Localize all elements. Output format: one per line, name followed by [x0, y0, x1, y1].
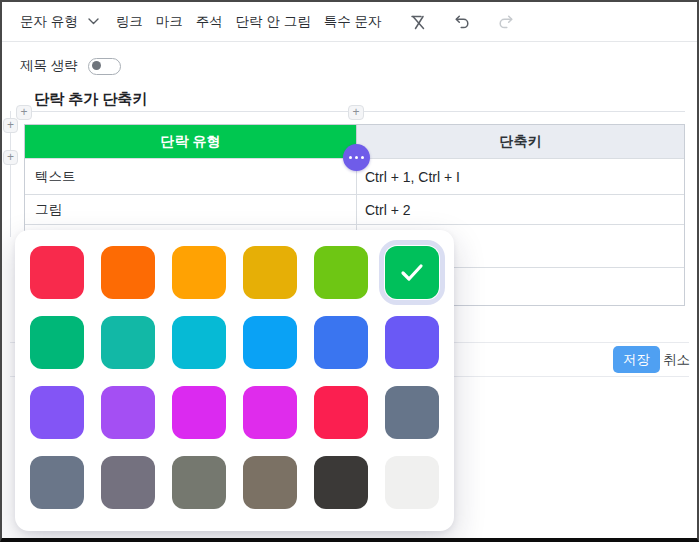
cancel-button[interactable]: 취소 — [663, 346, 690, 373]
color-swatch[interactable] — [243, 456, 297, 509]
ellipsis-icon — [361, 156, 365, 160]
color-swatch[interactable] — [30, 386, 84, 439]
color-swatch[interactable] — [385, 386, 439, 439]
ellipsis-icon — [355, 156, 359, 160]
color-swatch[interactable] — [243, 246, 297, 299]
color-swatch[interactable] — [385, 456, 439, 509]
color-swatch[interactable] — [172, 386, 226, 439]
color-swatch[interactable] — [172, 456, 226, 509]
table-row: 그림Ctrl + 2 — [25, 194, 684, 224]
undo-icon[interactable] — [453, 14, 471, 30]
color-swatch[interactable] — [101, 316, 155, 369]
annotation-menu[interactable]: 주석 — [196, 13, 223, 31]
color-swatch[interactable] — [385, 316, 439, 369]
color-swatch[interactable] — [243, 386, 297, 439]
table-header-type[interactable]: 단락 유형 — [25, 125, 357, 158]
chevron-down-icon[interactable] — [88, 18, 99, 25]
color-swatch[interactable] — [314, 456, 368, 509]
save-button[interactable]: 저장 — [613, 346, 660, 373]
add-row-button[interactable]: + — [3, 118, 18, 133]
special-char-menu[interactable]: 특수 문자 — [324, 13, 382, 31]
add-column-button[interactable]: + — [348, 105, 364, 120]
title-omit-row: 제목 생략 — [20, 57, 121, 75]
char-type-menu[interactable]: 문자 유형 — [20, 13, 78, 31]
color-swatch[interactable] — [243, 316, 297, 369]
color-picker-popup — [15, 230, 454, 531]
color-swatch[interactable] — [172, 246, 226, 299]
more-button[interactable] — [343, 144, 370, 171]
clear-format-icon[interactable] — [408, 13, 427, 31]
add-row-button[interactable]: + — [3, 150, 18, 165]
color-swatch[interactable] — [314, 386, 368, 439]
color-swatch[interactable] — [101, 456, 155, 509]
color-swatch[interactable] — [30, 316, 84, 369]
color-palette-grid — [15, 230, 454, 531]
editor-window: 문자 유형 링크 마크 주석 단락 안 그림 특수 문자 — [0, 0, 699, 542]
color-swatch[interactable] — [314, 316, 368, 369]
section-heading: 단락 추가 단축키 — [34, 90, 147, 109]
cell-shortcut[interactable]: Ctrl + 1, Ctrl + I — [357, 159, 684, 194]
link-menu[interactable]: 링크 — [116, 13, 143, 31]
color-swatch[interactable] — [172, 316, 226, 369]
check-icon — [399, 262, 425, 284]
mark-menu[interactable]: 마크 — [156, 13, 183, 31]
cell-shortcut[interactable]: Ctrl + 2 — [357, 195, 684, 224]
cell-paragraph-type[interactable]: 텍스트 — [25, 159, 357, 194]
toolbar: 문자 유형 링크 마크 주석 단락 안 그림 특수 문자 — [2, 2, 697, 42]
color-swatch[interactable] — [101, 246, 155, 299]
ellipsis-icon — [349, 156, 353, 160]
color-swatch[interactable] — [385, 246, 439, 299]
add-column-button[interactable]: + — [16, 105, 32, 120]
redo-icon[interactable] — [497, 14, 515, 30]
color-swatch[interactable] — [101, 386, 155, 439]
color-swatch[interactable] — [30, 456, 84, 509]
color-swatch[interactable] — [314, 246, 368, 299]
table-header-shortcut[interactable]: 단축키 — [357, 125, 684, 158]
title-omit-toggle[interactable] — [88, 58, 121, 75]
toggle-knob — [92, 61, 101, 70]
cell-paragraph-type[interactable]: 그림 — [25, 195, 357, 224]
inline-image-menu[interactable]: 단락 안 그림 — [236, 13, 311, 31]
color-swatch[interactable] — [30, 246, 84, 299]
title-omit-label: 제목 생략 — [20, 57, 78, 75]
